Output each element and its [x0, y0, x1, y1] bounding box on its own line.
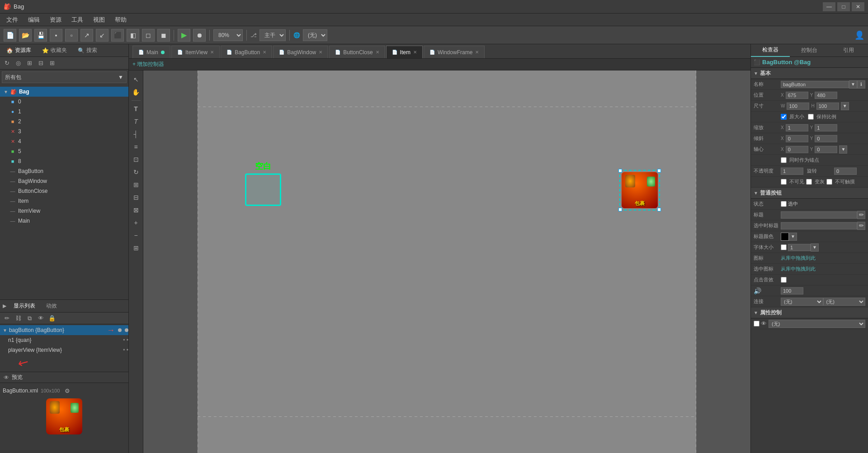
anchor-checkbox[interactable]	[781, 157, 787, 163]
play-button[interactable]: ▶	[178, 29, 190, 42]
selected-icon-drag-area[interactable]: 从库中拖拽到此	[781, 266, 816, 272]
tab-reference[interactable]: 引用	[829, 44, 868, 57]
split-btn[interactable]: ⊞	[24, 58, 34, 68]
select-tool[interactable]: ↖	[131, 74, 142, 85]
close-button[interactable]: ✕	[852, 2, 864, 11]
text-tool2[interactable]: T	[131, 116, 142, 127]
tab-buttonclose[interactable]: 📄 ButtonClose ✕	[329, 46, 385, 58]
click-sound-checkbox[interactable]	[781, 277, 787, 283]
invisible-label[interactable]: 不可见	[781, 178, 804, 185]
keep-ratio-checkbox[interactable]	[808, 114, 814, 120]
tree-item-itemview[interactable]: — ItemView	[0, 206, 128, 216]
stop-button[interactable]: ⏺	[193, 29, 206, 42]
connect-select2[interactable]: (无)	[823, 298, 866, 306]
copy-icon[interactable]: ⧉	[24, 313, 34, 323]
zoom-in-tool[interactable]: +	[131, 217, 142, 228]
size-w-input[interactable]	[787, 103, 809, 110]
tab-main[interactable]: 📄 Main	[132, 46, 170, 58]
original-size-checkbox-label[interactable]: 原大小	[781, 113, 804, 120]
tb-btn5[interactable]: ▫	[65, 29, 78, 42]
tab-bagbutton[interactable]: 📄 BagButton ✕	[221, 46, 272, 58]
tb-btn11[interactable]: ◼	[157, 29, 170, 42]
tb-btn6[interactable]: ↗	[80, 29, 93, 42]
anchor-tool[interactable]: ⊠	[131, 205, 142, 215]
save-button[interactable]: 💾	[34, 29, 47, 42]
tree-item-bagbutton[interactable]: — BagButton	[0, 166, 128, 176]
title-color-box[interactable]	[781, 233, 789, 241]
scale-x-input[interactable]	[786, 124, 808, 131]
tree-item-main[interactable]: — Main	[0, 216, 128, 226]
tab-asset-library[interactable]: 🏠 资源库	[3, 46, 35, 55]
tree-item-2[interactable]: ■ 2	[0, 117, 128, 126]
crop-tool[interactable]: ⊡	[131, 154, 142, 165]
link-icon[interactable]: ⛓	[13, 313, 23, 323]
tab-search[interactable]: 🔍 搜索	[74, 46, 101, 55]
tree-item-3[interactable]: ✕ 3	[0, 126, 128, 136]
menu-help[interactable]: 帮助	[110, 15, 131, 25]
tab-item[interactable]: 📄 Item ✕	[386, 46, 423, 58]
align-tool[interactable]: ⊟	[131, 192, 142, 203]
close-tab-windowframe[interactable]: ✕	[475, 50, 479, 55]
tb-btn4[interactable]: ▪	[50, 29, 62, 42]
locate-btn[interactable]: ◎	[13, 58, 23, 68]
title-input[interactable]	[781, 211, 857, 219]
selected-title-input[interactable]	[781, 222, 857, 229]
close-tab-bagwindow[interactable]: ✕	[319, 50, 322, 55]
pos-x-input[interactable]	[786, 92, 808, 99]
tab-inspector[interactable]: 检查器	[751, 44, 790, 57]
font-size-input[interactable]	[788, 244, 811, 251]
size-dropdown-btn[interactable]: ▼	[841, 102, 849, 110]
rotate-input[interactable]	[834, 168, 857, 175]
opacity-input[interactable]	[781, 168, 803, 175]
notouch-checkbox[interactable]	[826, 179, 832, 185]
property-select[interactable]: (无)	[769, 320, 865, 328]
tb-btn7[interactable]: ↙	[96, 29, 108, 42]
tree-item-buttonclose[interactable]: — ButtonClose	[0, 186, 128, 196]
tree-item-bagwindow[interactable]: — BagWindow	[0, 176, 128, 186]
size-h-input[interactable]	[816, 103, 839, 110]
axis-y-input[interactable]	[815, 146, 837, 153]
tab-favorites[interactable]: ⭐ 收藏夹	[38, 46, 71, 55]
title-edit-btn[interactable]: ✏	[857, 211, 865, 219]
name-info-btn[interactable]: ℹ	[857, 80, 865, 89]
list-tool[interactable]: ≡	[131, 141, 142, 152]
state-checkbox[interactable]	[781, 201, 787, 207]
tab-console[interactable]: 控制台	[790, 44, 829, 57]
dl-item-bagbutton[interactable]: ▼ bagButton {BagButton} →	[0, 325, 128, 335]
tree-item-bag[interactable]: ▼ 🎒 Bag	[0, 87, 128, 97]
tab-bagwindow[interactable]: 📄 BagWindow ✕	[273, 46, 328, 58]
dl-item-playerview[interactable]: playerView {ItemView} • •	[0, 345, 128, 355]
connect-select1[interactable]: (无)	[781, 298, 823, 306]
menu-edit[interactable]: 编辑	[24, 15, 44, 25]
prop-name-input[interactable]	[781, 81, 849, 88]
new-button[interactable]: 📄	[4, 29, 16, 42]
invisible-checkbox[interactable]	[781, 179, 787, 185]
grid-btn[interactable]: ⊞	[47, 58, 57, 68]
axis-x-input[interactable]	[786, 146, 808, 153]
tree-item-1[interactable]: ● 1	[0, 107, 128, 117]
notouch-label[interactable]: 不可触摸	[826, 178, 855, 185]
tree-item-5[interactable]: ■ 5	[0, 146, 128, 156]
keep-ratio-checkbox-label[interactable]: 保持比例	[808, 113, 836, 120]
section-basic[interactable]: ▼ 基本	[751, 68, 868, 79]
tilt-x-input[interactable]	[786, 135, 808, 142]
eye-icon[interactable]: 👁	[36, 313, 46, 323]
grid-tool[interactable]: ⊞	[131, 243, 142, 253]
tree-item-item[interactable]: — Item	[0, 196, 128, 206]
close-tab-buttonclose[interactable]: ✕	[376, 50, 379, 55]
sound-value-input[interactable]	[781, 287, 803, 294]
tilt-y-input[interactable]	[815, 135, 837, 142]
scene-select[interactable]: (无)	[303, 29, 327, 41]
property-eye-checkbox[interactable]	[754, 321, 760, 327]
menu-file[interactable]: 文件	[2, 15, 23, 25]
original-size-checkbox[interactable]	[781, 114, 787, 120]
rotate-tool[interactable]: ↻	[131, 167, 142, 177]
inspector-component-name[interactable]: BagButton @Bag	[762, 59, 811, 65]
menu-tools[interactable]: 工具	[67, 15, 88, 25]
icon-drag-area[interactable]: 从库中拖拽到此	[781, 255, 816, 262]
name-dropdown-btn[interactable]: ▼	[849, 80, 857, 89]
package-selector[interactable]: 所有包 ▼	[2, 71, 127, 83]
tree-item-0[interactable]: ■ 0	[0, 97, 128, 107]
bag-item-square[interactable]	[245, 173, 281, 206]
user-icon[interactable]: 👤	[854, 30, 864, 40]
